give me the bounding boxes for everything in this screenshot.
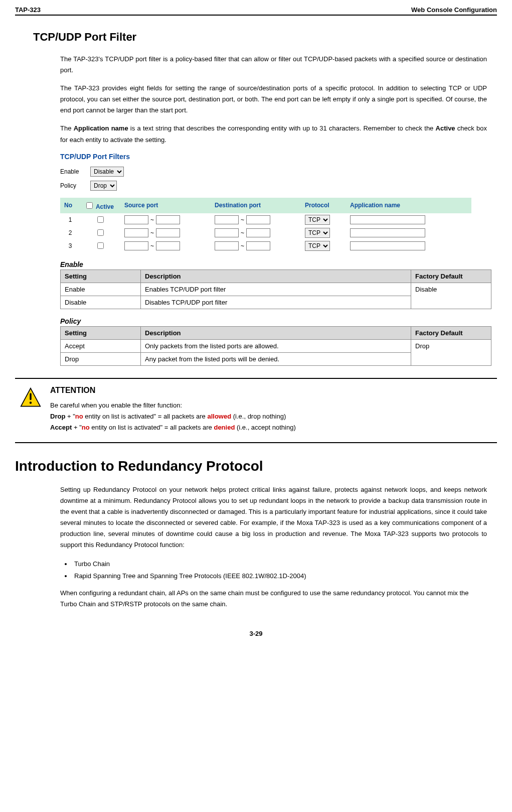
row-active-checkbox[interactable] [97, 242, 104, 249]
config-screenshot: TCP/UDP Port Filters Enable Disable Poli… [60, 153, 487, 252]
src-port-start[interactable] [124, 241, 148, 250]
dst-port-start[interactable] [215, 215, 239, 224]
table-row: 3 ~ ~ TCP [60, 239, 471, 252]
page-number: 3-29 [15, 630, 497, 637]
col-dest-port: Destination port [211, 198, 301, 213]
app-name-input[interactable] [350, 228, 425, 237]
policy-select[interactable]: Drop [90, 181, 117, 191]
row-active-checkbox[interactable] [97, 229, 104, 236]
row-active-checkbox[interactable] [97, 216, 104, 223]
attention-intro: Be careful when you enable the filter fu… [50, 400, 487, 411]
section-heading-redundancy: Introduction to Redundancy Protocol [15, 458, 497, 474]
dst-port-end[interactable] [246, 241, 270, 250]
redundancy-bullets: Turbo Chain Rapid Spanning Tree and Span… [60, 558, 487, 583]
policy-subheading: Policy [60, 317, 497, 325]
header-left: TAP-323 [15, 6, 41, 14]
paragraph-1: The TAP-323's TCP/UDP port filter is a p… [60, 54, 487, 76]
app-name-input[interactable] [350, 215, 425, 224]
col-active: Active [80, 198, 120, 213]
src-port-end[interactable] [156, 215, 180, 224]
dst-port-end[interactable] [246, 228, 270, 237]
dst-port-start[interactable] [215, 228, 239, 237]
attention-title: ATTENTION [50, 386, 487, 395]
term-active: Active [436, 124, 455, 132]
paragraph-2: The TAP-323 provides eight fields for se… [60, 83, 487, 116]
active-header-checkbox[interactable] [86, 202, 93, 209]
list-item: Turbo Chain [72, 558, 487, 571]
col-protocol: Protocol [301, 198, 346, 213]
warning-icon [20, 386, 50, 433]
svg-point-2 [30, 401, 32, 403]
list-item: Rapid Spanning Tree and Spanning Tree Pr… [72, 570, 487, 583]
enable-select[interactable]: Disable [90, 167, 124, 177]
protocol-select[interactable]: TCP [305, 241, 330, 251]
section-heading-filter: TCP/UDP Port Filter [33, 31, 497, 44]
filter-rules-table: No Active Source port Destination port P… [60, 198, 471, 252]
paragraph-3: The Application name is a text string th… [60, 123, 487, 145]
config-policy-label: Policy [60, 182, 90, 189]
dst-port-end[interactable] [246, 215, 270, 224]
col-no: No [60, 198, 80, 213]
dst-port-start[interactable] [215, 241, 239, 250]
enable-spec-table: Setting Description Factory Default Enab… [60, 269, 491, 309]
protocol-select[interactable]: TCP [305, 215, 330, 225]
policy-spec-table: Setting Description Factory Default Acce… [60, 326, 491, 366]
enable-subheading: Enable [60, 260, 497, 268]
attention-line-2: Accept + "no entity on list is activated… [50, 422, 487, 433]
config-title: TCP/UDP Port Filters [60, 153, 487, 161]
term-application-name: Application name [74, 124, 128, 132]
svg-rect-1 [30, 393, 32, 400]
col-app-name: Application name [346, 198, 471, 213]
src-port-start[interactable] [124, 228, 148, 237]
src-port-end[interactable] [156, 241, 180, 250]
src-port-end[interactable] [156, 228, 180, 237]
running-header: TAP-323 Web Console Configuration [15, 6, 497, 16]
table-row: 2 ~ ~ TCP [60, 226, 471, 239]
config-enable-label: Enable [60, 168, 90, 175]
attention-line-1: Drop + "no entity on list is activated" … [50, 411, 487, 422]
table-row: 1 ~ ~ TCP [60, 213, 471, 226]
redundancy-note: When configuring a redundant chain, all … [60, 588, 487, 610]
protocol-select[interactable]: TCP [305, 228, 330, 238]
col-source-port: Source port [120, 198, 211, 213]
attention-box: ATTENTION Be careful when you enable the… [15, 378, 497, 443]
header-right: Web Console Configuration [411, 6, 497, 14]
src-port-start[interactable] [124, 215, 148, 224]
app-name-input[interactable] [350, 241, 425, 250]
redundancy-paragraph: Setting up Redundancy Protocol on your n… [60, 484, 487, 551]
